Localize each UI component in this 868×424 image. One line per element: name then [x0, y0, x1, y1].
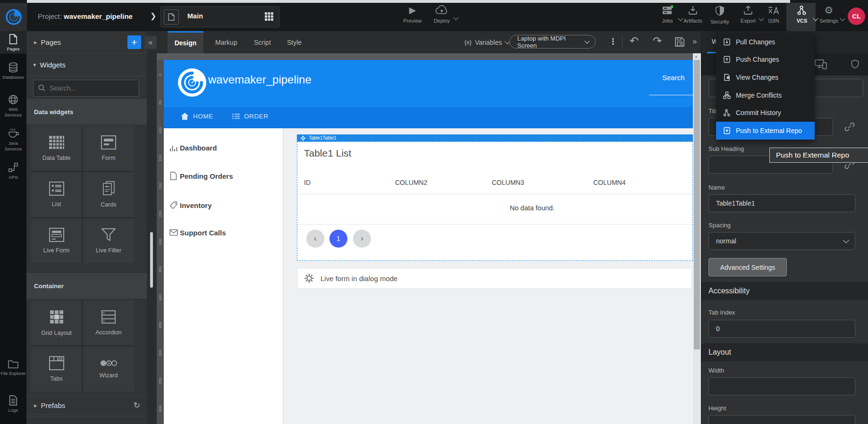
pagination-next-button[interactable]: › [353, 230, 371, 248]
expand-panel-button[interactable]: » [692, 37, 697, 46]
widget-selection-bar[interactable]: Table1Table1 [297, 134, 693, 141]
rail-item-pages[interactable]: Pages [0, 34, 26, 52]
menu-item-merge-conflicts[interactable]: Merge Conflicts [716, 86, 815, 104]
scroll-up-arrow[interactable]: ▲ [694, 54, 698, 58]
security-label: Security [710, 19, 729, 25]
topnav-security[interactable]: Security [706, 5, 734, 25]
widgets-header-label: Widgets [40, 61, 66, 69]
rail-item-apis[interactable]: APIs [0, 162, 26, 180]
app-sidebar-item-dashboard[interactable]: Dashboard [164, 141, 283, 156]
topnav-i18n[interactable]: I18N [759, 5, 788, 24]
topnav-artifacts[interactable]: Artifacts [679, 5, 707, 24]
widget-tile-wizard[interactable]: Wizard [83, 347, 134, 391]
spacing-select[interactable]: normal [708, 232, 855, 250]
canvas-scrollbar[interactable]: ▲ [693, 53, 701, 424]
page-tab-main[interactable]: Main [160, 6, 279, 27]
pages-section-header[interactable]: ▸ Pages + [26, 31, 147, 54]
width-field[interactable] [708, 377, 855, 395]
height-field[interactable] [708, 415, 855, 424]
shield-outline-icon[interactable] [851, 59, 860, 69]
tab-design[interactable]: Design [168, 31, 203, 53]
widget-tile-list[interactable]: List [31, 172, 82, 217]
widget-tile-accordion[interactable]: Accordion [83, 300, 134, 345]
rail-item-java-services[interactable]: Java Services [0, 128, 26, 152]
topnav-jobs[interactable]: Jobs [653, 5, 682, 24]
tab-style[interactable]: Style [280, 31, 308, 53]
live-form-dialog-widget[interactable]: Live form in dialog mode [297, 268, 692, 289]
apps-grid-icon[interactable] [265, 12, 273, 21]
widget-tile-grid-layout[interactable]: Grid Layout [31, 300, 82, 345]
accessibility-section-header[interactable]: Accessibility [701, 282, 868, 300]
pagination-prev-button[interactable]: ‹ [306, 230, 324, 248]
toolbar-divider [622, 35, 623, 49]
table-widget-title: Table1 List [304, 148, 351, 159]
rail-item-file-explorer[interactable]: File Explorer [0, 359, 26, 376]
menu-item-push-to-external-repo[interactable]: Push to External Repo [716, 122, 815, 140]
column-header-column4[interactable]: COLUMN4 [593, 179, 625, 186]
save-button[interactable] [674, 36, 685, 48]
app-sidebar-item-support-calls[interactable]: Support Calls [164, 226, 283, 241]
app-search-link[interactable]: Search [662, 74, 685, 82]
column-header-column2[interactable]: COLUMN2 [395, 179, 427, 186]
menu-item-push-changes[interactable]: Push Changes [716, 51, 815, 69]
widget-tile-cards[interactable]: Cards [83, 172, 134, 217]
grid-layout-icon [49, 309, 64, 324]
more-options-button[interactable]: ⋮ [609, 36, 617, 47]
menu-item-commit-history[interactable]: Commit History [716, 104, 815, 122]
topnav-export[interactable]: Export [734, 5, 762, 24]
panel-scrollbar-thumb[interactable] [150, 232, 153, 288]
app-sidebar-item-inventory[interactable]: Inventory [164, 199, 283, 213]
topnav-vcs[interactable]: VCS [788, 5, 816, 24]
widget-tile-live-form[interactable]: Live Form [31, 218, 82, 263]
variables-button[interactable]: {x} Variables [464, 31, 509, 53]
widget-tile-data-table[interactable]: Data Table [31, 126, 82, 171]
widgets-section-header[interactable]: ▾ Widgets [26, 53, 147, 76]
widget-tile-tabs[interactable]: Tabs [31, 347, 82, 391]
redo-button[interactable]: ↷ [653, 34, 662, 47]
widget-tile-form[interactable]: Form [83, 126, 134, 171]
layout-section-header[interactable]: Layout [701, 343, 868, 361]
page-tab-label: Main [187, 12, 203, 20]
name-field[interactable] [708, 194, 855, 212]
table-widget-selected[interactable]: Table1Table1 Table1 List ID COLUMN2 COLU… [297, 134, 693, 261]
rail-item-logs[interactable]: Logs [0, 395, 26, 413]
undo-button[interactable]: ↶ [630, 34, 639, 47]
prefabs-section-header[interactable]: ▸ Prefabs ↻ [26, 395, 147, 415]
devices-icon[interactable] [815, 59, 827, 69]
wavemaker-logo[interactable] [0, 3, 27, 31]
bind-link-icon[interactable] [844, 122, 855, 132]
menu-item-view-changes[interactable]: View Changes [716, 68, 815, 86]
advanced-settings-button[interactable]: Advanced Settings [708, 258, 787, 276]
topnav-settings[interactable]: ⚙ Settings [815, 5, 843, 24]
column-header-column3[interactable]: COLUMN3 [492, 179, 524, 186]
device-selector[interactable]: Laptop with MDPI Screen [509, 35, 596, 49]
pagination-page-1[interactable]: 1 [329, 230, 347, 248]
tabindex-field[interactable] [708, 320, 855, 338]
tab-script[interactable]: Script [247, 31, 278, 53]
widget-search-box [33, 80, 139, 97]
table-pagination: ‹ 1 › [297, 230, 692, 249]
rail-item-databases[interactable]: Databases [0, 62, 26, 80]
move-handle-icon[interactable] [301, 136, 305, 141]
app-nav-order[interactable]: ORDER [232, 113, 269, 120]
rail-item-web-services[interactable]: Web Services [0, 94, 26, 118]
add-page-button[interactable]: + [127, 35, 141, 49]
deploy-button[interactable]: Deploy [428, 5, 456, 24]
refresh-icon[interactable]: ↻ [134, 400, 140, 410]
widget-search-input[interactable] [49, 80, 135, 96]
panel-scroll-strip [147, 31, 157, 424]
app-sidebar-item-pending-orders[interactable]: Pending Orders [164, 170, 283, 184]
app-nav-home[interactable]: HOME [181, 113, 213, 120]
project-name: wavemaker_pipeline [64, 12, 133, 20]
logs-icon [8, 395, 18, 406]
collapse-panel-button[interactable]: « [144, 36, 157, 49]
user-avatar[interactable]: CL [848, 8, 865, 25]
tab-markup[interactable]: Markup [209, 31, 244, 53]
column-header-id[interactable]: ID [304, 179, 311, 186]
tab-label: Design [175, 39, 197, 47]
menu-item-pull-changes[interactable]: Pull Changes [716, 33, 815, 51]
page-structure-section-header[interactable]: ▸ Page Structure [26, 416, 147, 424]
canvas-scrollbar-thumb[interactable] [694, 60, 700, 349]
widget-tile-live-filter[interactable]: Live Filter [83, 218, 134, 263]
preview-button[interactable]: ▶ Preview [398, 5, 427, 24]
